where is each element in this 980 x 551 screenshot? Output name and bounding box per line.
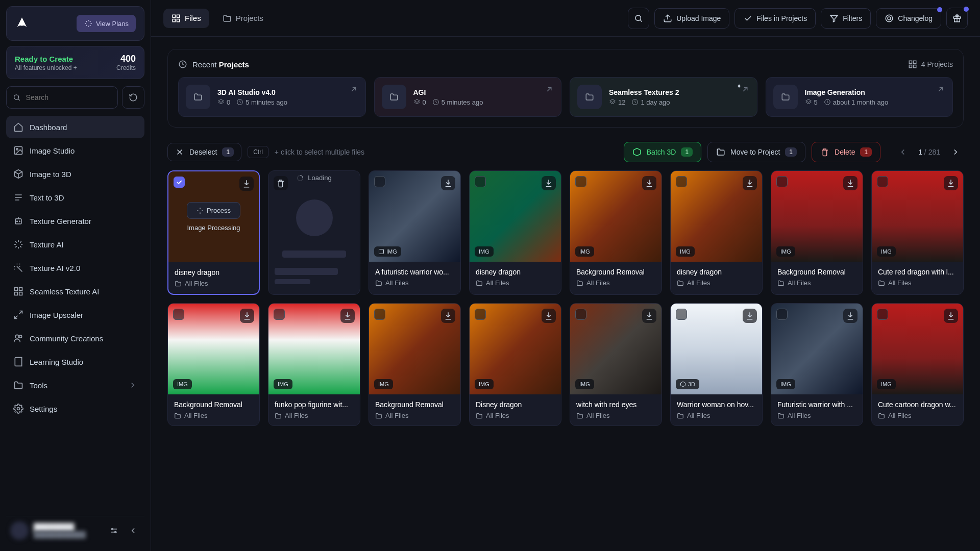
file-card[interactable]: IMGA futuristic warrior wo...All Files (369, 170, 461, 295)
file-card-loading[interactable]: Loading (268, 170, 360, 295)
select-checkbox[interactable] (374, 309, 385, 320)
project-card[interactable]: AGI05 minutes ago (374, 77, 562, 117)
select-checkbox[interactable] (676, 176, 687, 187)
filters-button[interactable]: Filters (821, 8, 871, 29)
select-checkbox[interactable] (776, 309, 788, 320)
select-checkbox[interactable] (877, 176, 888, 187)
select-checkbox[interactable] (575, 176, 586, 187)
file-card[interactable]: IMGdisney dragonAll Files (670, 170, 763, 295)
nav-upscaler[interactable]: Image Upscaler (6, 304, 144, 326)
nav-community[interactable]: Community Creations (6, 327, 144, 349)
select-checkbox[interactable] (575, 309, 586, 320)
nav-tools[interactable]: Tools (6, 374, 144, 396)
nav-texture-ai[interactable]: Texture AI (6, 233, 144, 256)
select-checkbox[interactable] (776, 176, 788, 187)
upload-button[interactable]: Upload Image (654, 8, 729, 29)
download-button[interactable] (240, 309, 254, 323)
deselect-button[interactable]: Deselect 1 (167, 143, 241, 161)
download-button[interactable] (441, 309, 455, 323)
file-card[interactable]: IMGBackground RemovalAll Files (167, 303, 260, 426)
file-card[interactable]: IMGFuturistic warrior with ...All Files (771, 303, 863, 426)
download-icon (242, 311, 252, 320)
file-card[interactable]: IMGCute red dragon with l...All Files (871, 170, 964, 295)
download-button[interactable] (542, 176, 556, 190)
search-box[interactable] (6, 86, 118, 109)
nav-image-studio[interactable]: Image Studio (6, 139, 144, 162)
download-button[interactable] (642, 176, 656, 190)
prev-page-button[interactable] (895, 144, 911, 160)
select-checkbox[interactable] (676, 309, 687, 320)
file-card[interactable]: Process Image Processing disney dragonAl… (167, 170, 260, 295)
files-in-projects-toggle[interactable]: Files in Projects (734, 8, 816, 29)
search-button[interactable] (628, 8, 649, 29)
nav-texture-gen[interactable]: Texture Generator (6, 210, 144, 232)
select-checkbox[interactable] (374, 176, 385, 187)
type-badge: IMG (575, 246, 594, 257)
plan-card: View Plans (6, 6, 144, 41)
spinner-icon (297, 174, 304, 182)
download-button[interactable] (642, 309, 656, 323)
download-button[interactable] (239, 177, 254, 191)
file-card[interactable]: IMGBackground RemovalAll Files (369, 303, 461, 426)
file-card[interactable]: IMGDisney dragonAll Files (469, 303, 561, 426)
search-input[interactable] (26, 93, 111, 102)
file-card[interactable]: IMGCute cartoon dragon w...All Files (871, 303, 964, 426)
project-card[interactable]: ✦ Seamless Textures 2121 day ago (570, 77, 757, 117)
next-page-button[interactable] (947, 144, 964, 160)
delete-button[interactable]: Delete 1 (812, 142, 880, 162)
download-button[interactable] (542, 309, 556, 323)
file-card[interactable]: IMGwitch with red eyesAll Files (570, 303, 662, 426)
download-button[interactable] (340, 309, 355, 323)
delete-card-button[interactable] (274, 176, 288, 190)
changelog-button[interactable]: Changelog (876, 8, 941, 29)
select-checkbox[interactable] (877, 309, 888, 320)
nav-learning[interactable]: Learning Studio (6, 350, 144, 373)
select-checkbox[interactable] (274, 309, 285, 320)
gift-button[interactable] (946, 8, 968, 29)
nav-settings[interactable]: Settings (6, 397, 144, 420)
file-card[interactable]: IMGBackground RemovalAll Files (771, 170, 863, 295)
batch-3d-button[interactable]: Batch 3D 1 (624, 142, 701, 162)
user-row: ████████ ████████████ (6, 516, 144, 545)
file-card[interactable]: IMGfunko pop figurine wit...All Files (268, 303, 360, 426)
project-card[interactable]: Image Generation5about 1 month ago (766, 77, 953, 117)
download-button[interactable] (843, 176, 857, 190)
download-button[interactable] (944, 309, 958, 323)
project-name: Image Generation (805, 88, 889, 96)
type-badge: IMG (676, 246, 695, 257)
folder-icon (777, 280, 785, 287)
select-checkbox[interactable] (174, 177, 185, 188)
download-icon (745, 179, 754, 188)
layers-icon (217, 98, 225, 106)
file-card[interactable]: 3DWarrior woman on hov...All Files (670, 303, 763, 426)
download-button[interactable] (843, 309, 857, 323)
cube-icon (13, 169, 23, 179)
grid-icon (172, 14, 181, 23)
select-checkbox[interactable] (475, 176, 486, 187)
project-card[interactable]: 3D AI Studio v4.005 minutes ago (178, 77, 366, 117)
tab-files[interactable]: Files (163, 9, 209, 28)
view-plans-button[interactable]: View Plans (77, 15, 136, 32)
download-button[interactable] (743, 309, 757, 323)
select-checkbox[interactable] (173, 309, 184, 320)
nav-text-to-3d[interactable]: Text to 3D (6, 186, 144, 209)
tab-label: Files (185, 14, 201, 22)
nav-image-to-3d[interactable]: Image to 3D (6, 163, 144, 185)
refresh-button[interactable] (122, 86, 144, 109)
tab-projects[interactable]: Projects (214, 9, 272, 28)
file-card[interactable]: IMGdisney dragonAll Files (469, 170, 561, 295)
type-badge: IMG (475, 246, 494, 257)
select-checkbox[interactable] (475, 309, 486, 320)
nav-seamless[interactable]: Seamless Texture AI (6, 280, 144, 303)
collapse-sidebar-button[interactable] (126, 523, 140, 538)
nav-dashboard[interactable]: Dashboard (6, 116, 144, 138)
download-button[interactable] (441, 176, 455, 190)
nav-texture-ai-v2[interactable]: Texture AI v2.0 (6, 257, 144, 279)
avatar[interactable] (10, 521, 29, 540)
process-button[interactable]: Process (187, 202, 240, 219)
move-to-project-button[interactable]: Move to Project 1 (707, 142, 805, 162)
sliders-button[interactable] (107, 523, 121, 538)
file-card[interactable]: IMGBackground RemovalAll Files (570, 170, 662, 295)
download-button[interactable] (743, 176, 757, 190)
download-button[interactable] (944, 176, 958, 190)
